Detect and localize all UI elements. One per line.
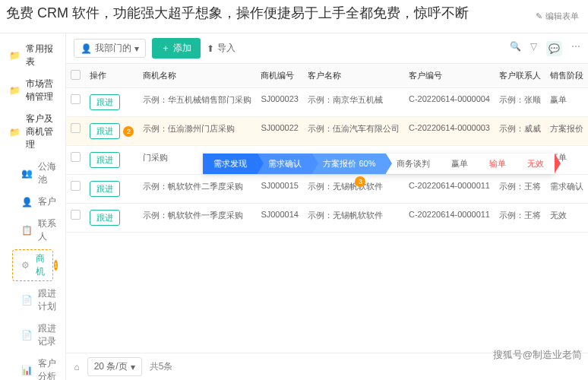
cell-name: 示例：伍渝滁州门店采购 — [138, 117, 256, 146]
checkbox-all[interactable] — [71, 70, 81, 80]
cell-cno: C-20220614-0000011 — [404, 175, 495, 204]
import-button[interactable]: ⬆ 导入 — [207, 42, 236, 55]
table-row[interactable]: 跟进 示例：华五机械销售部门采购 SJ000023 示例：南京华五机械 C-20… — [66, 88, 588, 117]
cell-customer: 示例：无锡帆软软件 — [303, 175, 404, 204]
column-header: 销售阶段 — [545, 64, 588, 88]
cell-code: SJ000014 — [256, 204, 303, 233]
item-label: 客户分析 — [38, 357, 56, 380]
follow-button[interactable]: 跟进 — [90, 94, 120, 110]
cell-customer: 示例：伍渝汽车有限公司 — [303, 117, 404, 146]
group-label: 市场营销管理 — [26, 78, 56, 103]
column-header: 客户编号 — [404, 64, 495, 88]
pipeline-stage[interactable]: 需求确认 — [258, 154, 312, 174]
cell-contact: 示例：王将 — [495, 175, 545, 204]
total-count: 共5条 — [150, 360, 173, 373]
sidebar-item[interactable]: 📋联系人 — [0, 213, 65, 248]
row-checkbox[interactable] — [71, 94, 81, 104]
dept-label: 我部门的 — [95, 42, 131, 55]
sidebar-item[interactable]: 📊客户分析 — [0, 353, 65, 380]
cell-stage: 无效 — [545, 204, 588, 233]
item-icon: 📄 — [21, 330, 32, 340]
column-header: 客户名称 — [303, 64, 404, 88]
item-label: 客户 — [38, 195, 56, 208]
cell-customer: 示例：无锡帆软软件 — [303, 204, 404, 233]
search-icon[interactable]: 🔍 — [510, 41, 521, 56]
sidebar-group[interactable]: 📁市场营销管理 — [0, 73, 65, 108]
upload-icon: ⬆ — [207, 43, 214, 54]
column-header: 商机编号 — [256, 64, 303, 88]
overlay-title: 免费 CRM 软件，功能强大超乎想象，操作便捷易于上手全都免费，惊呼不断 — [0, 0, 588, 27]
toolbar-actions: 🔍 ▽ 💬 ⋯ — [510, 41, 580, 56]
cell-stage: 方案报价 — [545, 117, 588, 146]
item-icon: 👤 — [21, 197, 32, 207]
cell-customer: 示例：南京华五机械 — [303, 88, 404, 117]
item-label: 联系人 — [38, 217, 56, 243]
follow-button[interactable]: 跟进 — [90, 181, 120, 197]
column-header: 商机名称 — [138, 64, 256, 88]
sidebar-group[interactable]: 📁常用报表 — [0, 38, 65, 73]
page-size-label: 20 条/页 — [94, 360, 128, 373]
home-icon[interactable]: ⌂ — [74, 362, 79, 372]
sidebar-item[interactable]: 👤客户 — [0, 191, 65, 213]
dept-select[interactable]: 👤 我部门的 ▾ — [74, 39, 146, 58]
follow-button[interactable]: 跟进 — [90, 123, 120, 139]
callout-badge: 1 — [54, 260, 58, 271]
row-checkbox[interactable] — [71, 181, 81, 191]
pipeline-stage[interactable]: 商务谈判 — [386, 154, 441, 174]
content: 👤 我部门的 ▾ ＋ 添加 ⬆ 导入 🔍 ▽ 💬 ⋯ 操作商机名称商机编号客户名… — [66, 33, 588, 380]
sidebar-item[interactable]: ⚙商机1 — [0, 248, 65, 283]
cell-code: SJ000022 — [256, 117, 303, 146]
sidebar-item[interactable]: 👥公海池 — [0, 156, 65, 191]
chevron-down-icon: ▾ — [134, 43, 139, 54]
cell-contact: 示例：张顺 — [495, 88, 545, 117]
cell-contact: 示例：王将 — [495, 204, 545, 233]
plus-icon: ＋ — [161, 42, 170, 55]
pipeline-stage[interactable]: 方案报价 60% — [312, 154, 386, 174]
filter-icon[interactable]: ▽ — [530, 41, 537, 56]
person-icon: 👤 — [81, 43, 92, 54]
cell-stage: 需求确认 — [545, 175, 588, 204]
pipeline-stage[interactable]: 需求发现 — [203, 154, 258, 174]
item-label: 跟进记录 — [38, 322, 56, 348]
folder-icon: 📁 — [9, 50, 20, 61]
table-row[interactable]: 跟进 示例：帆软软件一季度采购 SJ000014 示例：无锡帆软软件 C-202… — [66, 204, 588, 233]
import-label: 导入 — [217, 42, 236, 55]
cell-stage: 赢单 — [545, 88, 588, 117]
chat-icon[interactable]: 💬 — [546, 41, 562, 56]
item-icon: 👥 — [21, 168, 32, 179]
row-checkbox[interactable] — [71, 210, 81, 220]
row-checkbox[interactable] — [71, 152, 81, 162]
cell-code: SJ000023 — [256, 88, 303, 117]
sidebar-item[interactable]: 📄跟进记录 — [0, 318, 65, 353]
pipeline-stages: 需求发现需求确认方案报价 60%商务谈判赢单输单无效 — [203, 154, 555, 174]
follow-button[interactable]: 跟进 — [90, 152, 120, 168]
item-label: 商机 — [36, 252, 45, 278]
add-button[interactable]: ＋ 添加 — [152, 38, 201, 59]
column-header: 客户联系人 — [495, 64, 545, 88]
cell-contact: 示例：威威 — [495, 117, 545, 146]
row-checkbox[interactable] — [71, 123, 81, 133]
watermark: 搜狐号@制造业老简 — [493, 348, 582, 362]
table-container: 操作商机名称商机编号客户名称客户编号客户联系人销售阶段 跟进 示例：华五机械销售… — [66, 64, 588, 353]
column-header — [66, 64, 85, 88]
group-label: 常用报表 — [26, 43, 56, 68]
item-icon: ⚙ — [21, 260, 30, 271]
callout-badge: 2 — [123, 126, 134, 137]
cell-cno: C-20220614-0000004 — [404, 88, 495, 117]
page-size-select[interactable]: 20 条/页 ▾ — [87, 357, 142, 376]
item-label: 跟进计划 — [38, 287, 56, 313]
column-header: 操作 — [85, 64, 138, 88]
cell-code: SJ000015 — [256, 175, 303, 204]
follow-button[interactable]: 跟进 — [90, 210, 120, 226]
sidebar-item[interactable]: 📄跟进计划 — [0, 283, 65, 318]
cell-cno: C-20220614-0000003 — [404, 117, 495, 146]
cell-name: 示例：华五机械销售部门采购 — [138, 88, 256, 117]
table-row[interactable]: 跟进 示例：帆软软件二季度采购 SJ000015 示例：无锡帆软软件 C-202… — [66, 175, 588, 204]
item-label: 公海池 — [38, 160, 56, 186]
cell-name: 示例：帆软软件二季度采购 — [138, 175, 256, 204]
sidebar-group[interactable]: 📁客户及商机管理 — [0, 108, 65, 156]
sidebar: 📁常用报表📁市场营销管理📁客户及商机管理👥公海池👤客户📋联系人⚙商机1📄跟进计划… — [0, 33, 66, 380]
table-row[interactable]: 跟进2 示例：伍渝滁州门店采购 SJ000022 示例：伍渝汽车有限公司 C-2… — [66, 117, 588, 146]
item-icon: 📋 — [21, 225, 32, 236]
more-icon[interactable]: ⋯ — [571, 41, 580, 56]
